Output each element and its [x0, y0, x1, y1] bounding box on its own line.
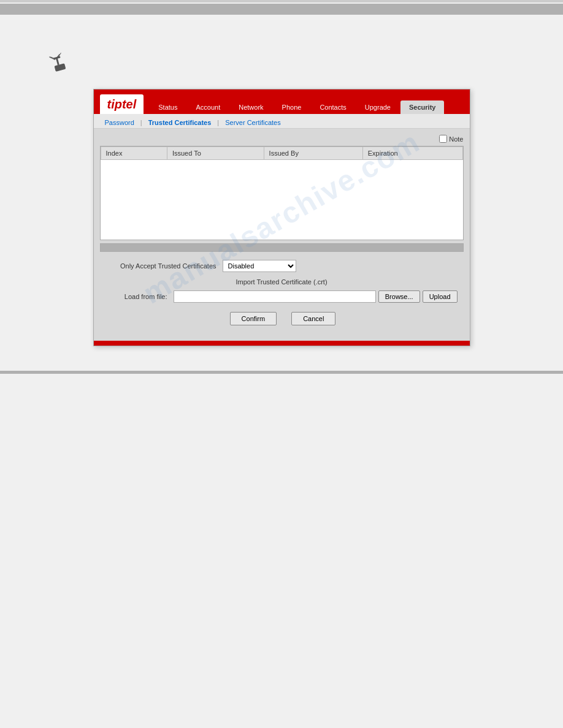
- col-issued-to: Issued To: [167, 147, 264, 160]
- scrollbar[interactable]: [100, 243, 464, 252]
- col-index: Index: [101, 147, 167, 160]
- tabs-row: Password | Trusted Certificates | Server…: [94, 114, 470, 129]
- top-border: [0, 0, 563, 2]
- bottom-red-bar: [94, 341, 470, 346]
- tab-trusted-certificates[interactable]: Trusted Certificates: [144, 117, 216, 128]
- table-empty-row: [101, 160, 462, 240]
- only-accept-select[interactable]: Disabled Enabled: [223, 260, 296, 272]
- cert-table-container: Index Issued To Issued By Expiration: [100, 146, 464, 240]
- upload-row: Load from file: Browse... Upload: [106, 290, 458, 303]
- tiptel-logo: tiptel: [100, 94, 144, 114]
- nav-contacts[interactable]: Contacts: [311, 100, 354, 114]
- note-text: Note: [449, 135, 463, 143]
- note-area: Note: [100, 135, 464, 143]
- nav-security[interactable]: Security: [400, 100, 444, 114]
- tab-sep-1: |: [139, 119, 144, 126]
- upload-button[interactable]: Upload: [423, 290, 458, 303]
- confirm-button[interactable]: Confirm: [230, 312, 277, 325]
- bottom-bar: [0, 371, 563, 374]
- note-label[interactable]: Note: [439, 135, 463, 143]
- form-section: Only Accept Trusted Certificates Disable…: [100, 257, 464, 335]
- top-bar: [0, 4, 563, 15]
- browser-header: tiptel Status Account Network Phone Cont…: [94, 89, 470, 114]
- nav-account[interactable]: Account: [187, 100, 229, 114]
- svg-rect-0: [54, 63, 66, 72]
- cancel-button[interactable]: Cancel: [291, 312, 335, 325]
- main-content: Note Index Issued To Issued By Expiratio…: [94, 129, 470, 341]
- cert-table: Index Issued To Issued By Expiration: [101, 146, 463, 240]
- nav-status[interactable]: Status: [150, 100, 186, 114]
- col-expiration: Expiration: [362, 147, 462, 160]
- nav-upgrade[interactable]: Upgrade: [356, 100, 399, 114]
- tab-password[interactable]: Password: [100, 117, 139, 128]
- browser-window: tiptel Status Account Network Phone Cont…: [37, 89, 526, 346]
- nav-network[interactable]: Network: [230, 100, 272, 114]
- nav-bar: Status Account Network Phone Contacts Up…: [150, 100, 463, 114]
- device-icon-area: [49, 51, 526, 77]
- tab-server-certificates[interactable]: Server Certificates: [220, 117, 285, 128]
- buttons-row: Confirm Cancel: [106, 312, 458, 332]
- only-accept-row: Only Accept Trusted Certificates Disable…: [106, 260, 458, 272]
- browse-button[interactable]: Browse...: [378, 290, 420, 303]
- load-from-file-label: Load from file:: [106, 293, 167, 300]
- import-title: Import Trusted Certificate (.crt): [106, 278, 458, 286]
- nav-phone[interactable]: Phone: [274, 100, 310, 114]
- col-issued-by: Issued By: [264, 147, 362, 160]
- antenna-icon: [49, 51, 72, 75]
- note-checkbox[interactable]: [439, 135, 447, 143]
- file-path-input[interactable]: [174, 290, 376, 303]
- tab-sep-2: |: [216, 119, 220, 126]
- only-accept-label: Only Accept Trusted Certificates: [106, 262, 216, 270]
